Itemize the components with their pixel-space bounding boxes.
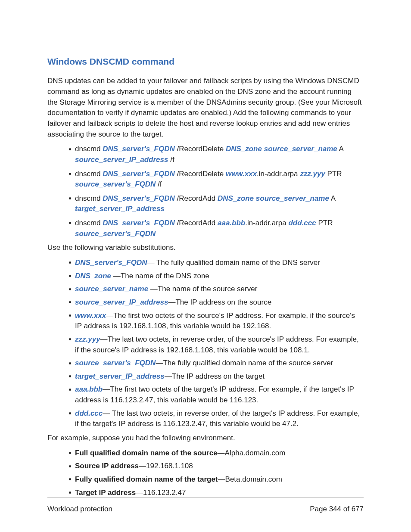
variable: source_server_name	[75, 285, 148, 293]
commands-list: dnscmd DNS_server's_FQDN /RecordDelete D…	[69, 144, 364, 239]
variable: www.xxx	[226, 170, 257, 178]
list-item: DNS_server's_FQDN— The fully qualified d…	[69, 258, 364, 268]
variable: source_server_IP_address	[75, 298, 168, 306]
list-item: target_server_IP_address—The IP address …	[69, 371, 364, 382]
env-label: Target IP address	[75, 488, 136, 497]
variable: DNS_server's_FQDN	[103, 194, 175, 202]
page-footer: Workload protection Page 344 of 677	[47, 498, 364, 515]
variable: zzz.yyy	[300, 170, 325, 178]
substitutions-list: DNS_server's_FQDN— The fully qualified d…	[69, 258, 364, 429]
list-item: zzz.yyy—The last two octets, in reverse …	[69, 334, 364, 355]
list-item: source_server's_FQDN—The fully qualified…	[69, 358, 364, 369]
variable: DNS_zone	[218, 194, 254, 202]
command-item: dnscmd DNS_server's_FQDN /RecordDelete D…	[69, 144, 364, 165]
footer-page-number: Page 344 of 677	[310, 504, 364, 515]
page-heading: Windows DNSCMD command	[47, 55, 364, 68]
env-label: Full qualified domain name of the source	[75, 449, 218, 457]
substitutions-intro: Use the following variable substitutions…	[47, 243, 364, 253]
environment-list: Full qualified domain name of the source…	[69, 448, 364, 498]
variable: DNS_server's_FQDN	[103, 170, 175, 178]
env-label: Fully qualified domain name of the targe…	[75, 475, 218, 483]
variable: source_server's_FQDN	[75, 359, 156, 367]
example-intro: For example, suppose you had the followi…	[47, 433, 364, 444]
list-item: Full qualified domain name of the source…	[69, 448, 364, 459]
list-item: aaa.bbb—The first two octets of the targ…	[69, 384, 364, 405]
variable: DNS_server's_FQDN	[75, 258, 147, 267]
variable: zzz.yyy	[75, 335, 100, 343]
intro-paragraph: DNS updates can be added to your failove…	[47, 76, 364, 140]
list-item: source_server_name —The name of the sour…	[69, 284, 364, 295]
variable: target_server_IP_address	[75, 205, 165, 213]
variable: source_server_name	[264, 145, 337, 153]
variable: DNS_zone	[75, 272, 111, 280]
variable: ddd.ccc	[288, 219, 316, 227]
list-item: Source IP address—192.168.1.108	[69, 461, 364, 472]
variable: DNS_zone	[226, 145, 262, 153]
variable: www.xxx	[75, 311, 106, 320]
variable: source_server's_FQDN	[75, 180, 156, 188]
list-item: DNS_zone —The name of the DNS zone	[69, 271, 364, 282]
variable: DNS_server's_FQDN	[103, 219, 175, 227]
env-label: Source IP address	[75, 462, 139, 470]
variable: DNS_server's_FQDN	[103, 145, 175, 153]
list-item: ddd.ccc— The last two octets, in reverse…	[69, 408, 364, 429]
variable: ddd.ccc	[75, 409, 103, 417]
variable: source_server_name	[256, 194, 329, 202]
variable: aaa.bbb	[75, 385, 103, 393]
command-item: dnscmd DNS_server's_FQDN /RecordAdd DNS_…	[69, 193, 364, 215]
command-item: dnscmd DNS_server's_FQDN /RecordAdd aaa.…	[69, 218, 364, 239]
command-item: dnscmd DNS_server's_FQDN /RecordDelete w…	[69, 169, 364, 190]
variable: source_server's_FQDN	[75, 230, 156, 238]
variable: target_server_IP_address	[75, 372, 165, 380]
list-item: Target IP address—116.123.2.47	[69, 488, 364, 498]
variable: source_server_IP_address	[75, 156, 168, 164]
footer-section: Workload protection	[47, 504, 112, 515]
variable: aaa.bbb	[218, 219, 245, 227]
list-item: source_server_IP_address—The IP address …	[69, 297, 364, 308]
list-item: Fully qualified domain name of the targe…	[69, 474, 364, 485]
list-item: www.xxx—The first two octets of the sour…	[69, 311, 364, 332]
